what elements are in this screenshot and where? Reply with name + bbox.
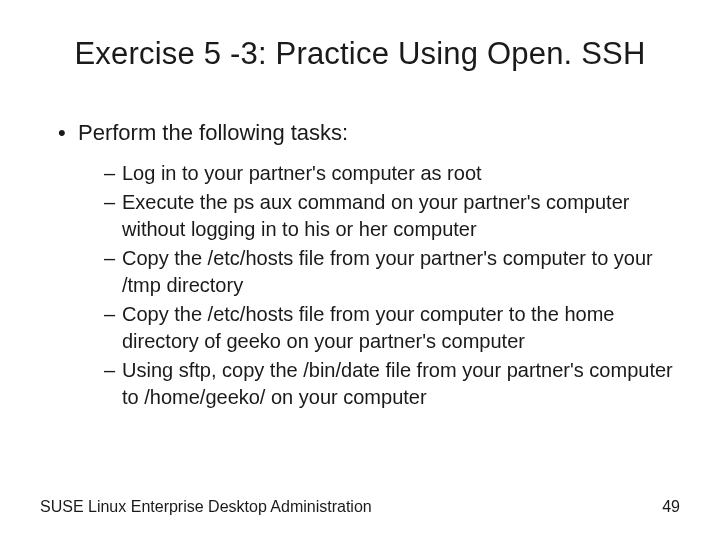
list-item: Copy the /etc/hosts file from your compu… <box>104 301 680 355</box>
list-item: Execute the ps aux command on your partn… <box>104 189 680 243</box>
slide-title: Exercise 5 -3: Practice Using Open. SSH <box>40 36 680 72</box>
list-item: Log in to your partner's computer as roo… <box>104 160 680 187</box>
task-list: Log in to your partner's computer as roo… <box>58 160 680 411</box>
slide-content: Perform the following tasks: Log in to y… <box>40 120 680 411</box>
slide-footer: SUSE Linux Enterprise Desktop Administra… <box>40 498 680 516</box>
lead-bullet: Perform the following tasks: <box>58 120 680 146</box>
page-number: 49 <box>662 498 680 516</box>
list-item: Copy the /etc/hosts file from your partn… <box>104 245 680 299</box>
slide: Exercise 5 -3: Practice Using Open. SSH … <box>0 0 720 540</box>
footer-text: SUSE Linux Enterprise Desktop Administra… <box>40 498 372 516</box>
list-item: Using sftp, copy the /bin/date file from… <box>104 357 680 411</box>
